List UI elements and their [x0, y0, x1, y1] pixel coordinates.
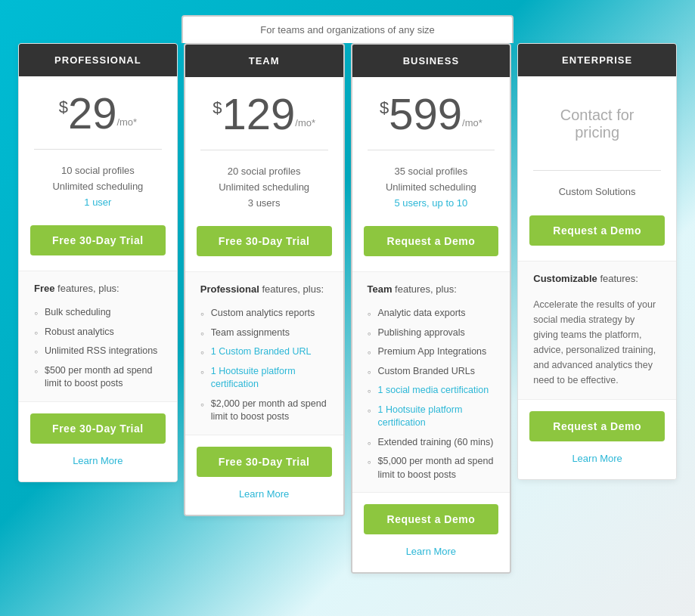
plan-divider: [533, 170, 661, 171]
price-amount: $129/mo*: [200, 92, 328, 136]
plan-description-team: 20 social profilesUnlimited scheduling3 …: [185, 156, 343, 222]
feature-item: 1 Hootsuite platform certification: [200, 362, 328, 395]
price-contact: Contact for pricing: [533, 91, 661, 156]
plans-container: PROFESSIONAL$29/mo*10 social profilesUnl…: [15, 43, 680, 574]
description-line: Unlimited scheduling: [219, 181, 309, 193]
price-number: 29: [68, 91, 117, 135]
plan-pricing-business: $599/mo*: [352, 77, 510, 144]
feature-item: Team assignments: [200, 323, 328, 343]
top-banner: For teams and organizations of any size: [182, 15, 513, 43]
bottom-section-business: Request a DemoLearn More: [352, 492, 510, 572]
learn-more-business[interactable]: Learn More: [364, 542, 499, 565]
description-line: 20 social profiles: [228, 166, 301, 177]
pricing-wrapper: For teams and organizations of any size …: [15, 15, 680, 574]
price-suffix: /mo*: [116, 116, 137, 128]
plan-header-business: BUSINESS: [352, 45, 510, 77]
plan-btn-business[interactable]: Request a Demo: [364, 226, 499, 256]
price-dollar: $: [380, 98, 389, 118]
bottom-section-team: Free 30-Day TrialLearn More: [185, 435, 343, 515]
learn-more-enterprise[interactable]: Learn More: [529, 449, 665, 472]
plan-header-team: TEAM: [185, 45, 343, 77]
banner-text: For teams and organizations of any size: [260, 24, 435, 36]
description-line: Custom Solutions: [559, 186, 636, 197]
plan-btn-team[interactable]: Free 30-Day Trial: [197, 226, 332, 256]
description-line: 3 users: [248, 197, 281, 209]
features-section-professional: Free features, plus:Bulk schedulingRobus…: [19, 271, 177, 401]
features-title: Customizable features:: [533, 273, 661, 284]
feature-list: Analytic data exportsPublishing approval…: [368, 304, 495, 484]
enterprise-description: Accelerate the results of your social me…: [533, 293, 661, 392]
plan-description-professional: 10 social profilesUnlimited scheduling1 …: [19, 156, 177, 221]
feature-item: $5,000 per month ad spend limit to boost…: [368, 452, 495, 484]
features-title: Team features, plus:: [368, 283, 495, 295]
bottom-btn-professional[interactable]: Free 30-Day Trial: [30, 413, 166, 444]
feature-item: Extended training (60 mins): [368, 433, 495, 453]
feature-item: Bulk scheduling: [34, 303, 162, 323]
bottom-btn-team[interactable]: Free 30-Day Trial: [197, 447, 332, 477]
learn-more-professional[interactable]: Learn More: [30, 451, 166, 474]
plan-card-enterprise: ENTERPRISEContact for pricingCustom Solu…: [517, 43, 677, 480]
description-line: Unlimited scheduling: [52, 181, 143, 192]
price-dollar: $: [213, 98, 222, 118]
plan-header-enterprise: ENTERPRISE: [518, 44, 676, 76]
feature-item: Custom analytics reports: [200, 304, 328, 323]
price-number: 599: [389, 92, 462, 136]
bottom-section-professional: Free 30-Day TrialLearn More: [19, 401, 177, 481]
feature-item: Premium App Integrations: [368, 342, 495, 362]
price-amount: $599/mo*: [368, 92, 495, 136]
bottom-btn-business[interactable]: Request a Demo: [364, 504, 499, 534]
price-amount: $29/mo*: [34, 91, 162, 135]
features-section-business: Team features, plus:Analytic data export…: [352, 271, 510, 492]
bottom-btn-enterprise[interactable]: Request a Demo: [529, 411, 665, 441]
plan-description-business: 35 social profilesUnlimited scheduling5 …: [352, 156, 510, 222]
plan-divider: [34, 149, 162, 150]
plan-pricing-enterprise: Contact for pricing: [518, 76, 676, 164]
feature-item: Unlimited RSS integrations: [34, 342, 162, 361]
description-line: 5 users, up to 10: [394, 197, 467, 209]
feature-item: Custom Branded URLs: [368, 362, 495, 382]
price-dollar: $: [59, 98, 68, 117]
feature-item: $2,000 per month ad spend limit to boost…: [200, 395, 328, 427]
price-suffix: /mo*: [462, 117, 482, 128]
price-suffix: /mo*: [295, 117, 315, 128]
plan-btn-enterprise[interactable]: Request a Demo: [529, 215, 665, 246]
description-line: 35 social profiles: [394, 166, 467, 177]
feature-item: Publishing approvals: [368, 323, 495, 343]
plan-card-business: BUSINESS$599/mo*35 social profilesUnlimi…: [351, 43, 512, 574]
plan-pricing-team: $129/mo*: [185, 77, 343, 144]
feature-item: Robust analytics: [34, 323, 162, 342]
plan-card-professional: PROFESSIONAL$29/mo*10 social profilesUnl…: [18, 43, 178, 482]
plan-header-professional: PROFESSIONAL: [19, 44, 177, 76]
features-section-enterprise: Customizable features:Accelerate the res…: [518, 261, 676, 399]
learn-more-team[interactable]: Learn More: [197, 484, 332, 507]
features-section-team: Professional features, plus:Custom analy…: [185, 271, 343, 435]
description-line: Unlimited scheduling: [386, 181, 476, 193]
feature-item: $500 per month ad spend limit to boost p…: [34, 361, 162, 394]
feature-item: 1 Hootsuite platform certification: [368, 401, 495, 433]
features-title: Free features, plus:: [34, 283, 162, 294]
description-line: 10 social profiles: [61, 165, 135, 176]
plan-pricing-professional: $29/mo*: [19, 76, 177, 143]
plan-divider: [368, 150, 495, 150]
description-line: 1 user: [84, 197, 111, 208]
plan-card-team: TEAM$129/mo*20 social profilesUnlimited …: [184, 43, 345, 516]
feature-item: Analytic data exports: [368, 304, 495, 323]
plan-btn-professional[interactable]: Free 30-Day Trial: [30, 225, 166, 255]
price-number: 129: [222, 92, 295, 136]
plan-description-enterprise: Custom Solutions: [518, 177, 676, 212]
feature-item: 1 Custom Branded URL: [200, 342, 328, 362]
plan-divider: [200, 150, 328, 150]
feature-list: Custom analytics reportsTeam assignments…: [200, 304, 328, 427]
feature-list: Bulk schedulingRobust analyticsUnlimited…: [34, 303, 162, 394]
bottom-section-enterprise: Request a DemoLearn More: [518, 399, 676, 479]
features-title: Professional features, plus:: [200, 283, 328, 295]
feature-item: 1 social media certification: [368, 381, 495, 401]
